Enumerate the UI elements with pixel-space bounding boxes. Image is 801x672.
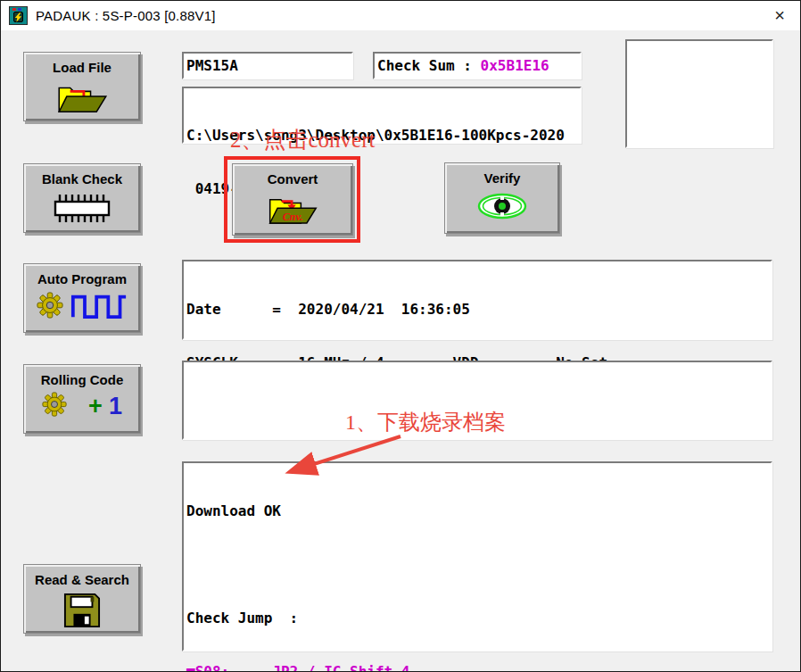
buffer-preview-box	[625, 39, 773, 148]
verify-button[interactable]: Verify	[444, 162, 560, 234]
rolling-code-button[interactable]: Rolling Code + 1	[23, 364, 141, 434]
log-line: Check Jump :	[186, 610, 770, 627]
load-file-button[interactable]: Load File	[23, 52, 141, 121]
app-window: PADAUK : 5S-P-003 [0.88V1] × Load File B…	[0, 0, 801, 672]
device-name: PMS15A	[184, 54, 351, 75]
convert-label: Convert	[268, 171, 318, 187]
info-line-date: Date = 2020/04/21 16:36:05	[186, 301, 770, 319]
gear-icon	[42, 392, 67, 420]
ic-chip-icon	[47, 191, 117, 225]
checksum-value: 0x5B1E16	[481, 57, 549, 74]
read-search-button[interactable]: Read & Search	[23, 564, 141, 634]
folder-convert-icon: Cnv.	[266, 191, 319, 228]
load-file-label: Load File	[53, 60, 111, 75]
lightning-icon	[13, 12, 23, 22]
close-icon[interactable]: ×	[759, 1, 800, 30]
log-panel: Download OK Check Jump : ■S08: JP2 / IC …	[182, 461, 772, 651]
log-line: ■S08: JP2 / IC Shift 4	[186, 663, 770, 672]
floppy-disk-icon	[62, 592, 102, 629]
plus-one-badge-plus: +	[88, 394, 103, 418]
square-wave-icon	[70, 291, 128, 323]
log-line	[186, 556, 770, 574]
rolling-code-label: Rolling Code	[41, 372, 124, 387]
auto-program-button[interactable]: Auto Program	[23, 263, 141, 333]
plus-one-badge-one: 1	[109, 394, 122, 418]
checksum-field: Check Sum : 0x5B1E16	[373, 52, 582, 79]
verify-label: Verify	[484, 170, 521, 186]
title-bar: PADAUK : 5S-P-003 [0.88V1] ×	[1, 1, 800, 30]
annotation-step1: 1、下载烧录档案	[345, 411, 506, 434]
svg-text:Cnv.: Cnv.	[283, 211, 303, 223]
config-info-panel: Date = 2020/04/21 16:36:05 SYSCLK = 16 M…	[182, 260, 772, 340]
convert-button[interactable]: Convert Cnv.	[232, 163, 353, 236]
verify-eye-icon	[476, 190, 528, 222]
device-field: PMS15A	[182, 52, 353, 79]
app-icon	[9, 6, 28, 25]
blank-check-button[interactable]: Blank Check	[23, 163, 141, 233]
window-title: PADAUK : 5S-P-003 [0.88V1]	[36, 8, 216, 23]
read-search-label: Read & Search	[35, 572, 129, 587]
checksum-label: Check Sum :	[377, 57, 481, 74]
log-line: Download OK	[186, 502, 770, 520]
auto-program-label: Auto Program	[37, 271, 127, 286]
folder-load-icon	[54, 79, 110, 117]
blank-check-label: Blank Check	[42, 171, 122, 187]
annotation-step2: 2、点击convert	[230, 129, 375, 152]
gear-icon	[37, 292, 63, 322]
